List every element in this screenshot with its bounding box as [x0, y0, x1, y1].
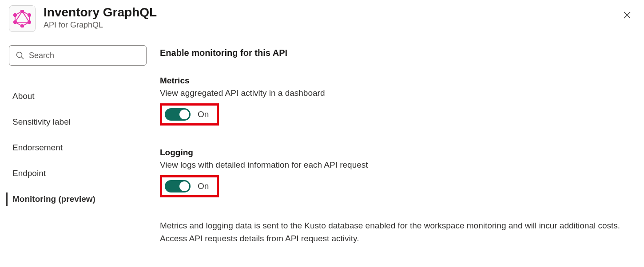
search-box[interactable] [9, 45, 147, 66]
sidebar: About Sensitivity label Endorsement Endp… [9, 45, 147, 245]
sidebar-item-monitoring[interactable]: Monitoring (preview) [9, 186, 147, 212]
section-title: Enable monitoring for this API [160, 48, 631, 58]
search-input[interactable] [29, 51, 140, 60]
svg-point-6 [17, 52, 22, 58]
toggle-knob [179, 181, 189, 191]
page-header: Inventory GraphQL API for GraphQL [0, 0, 644, 36]
svg-point-2 [28, 21, 31, 24]
svg-point-4 [14, 21, 16, 24]
metrics-block: Metrics View aggregated API activity in … [160, 76, 631, 126]
logging-toggle[interactable] [165, 180, 191, 192]
page-title: Inventory GraphQL [44, 5, 157, 20]
svg-point-5 [14, 14, 16, 16]
svg-point-0 [21, 10, 24, 12]
metrics-description: View aggregated API activity in a dashbo… [160, 88, 631, 98]
svg-line-7 [21, 57, 24, 59]
sidebar-item-endorsement[interactable]: Endorsement [9, 135, 147, 161]
graphql-icon [9, 5, 36, 32]
logging-toggle-label: On [198, 181, 209, 191]
metrics-toggle-label: On [198, 110, 209, 119]
svg-point-1 [28, 14, 31, 16]
page-subtitle: API for GraphQL [44, 20, 157, 30]
toggle-knob [179, 110, 189, 119]
content-panel: Enable monitoring for this API Metrics V… [160, 45, 631, 245]
footer-note: Metrics and logging data is sent to the … [160, 220, 631, 245]
metrics-toggle-highlight: On [160, 103, 219, 126]
close-icon [623, 11, 632, 20]
sidebar-item-about[interactable]: About [9, 83, 147, 109]
logging-toggle-highlight: On [160, 175, 219, 197]
metrics-toggle[interactable] [165, 108, 191, 121]
search-icon [16, 51, 24, 60]
logging-heading: Logging [160, 148, 631, 157]
title-block: Inventory GraphQL API for GraphQL [44, 5, 157, 30]
sidebar-item-endpoint[interactable]: Endpoint [9, 161, 147, 186]
logging-block: Logging View logs with detailed informat… [160, 148, 631, 197]
close-button[interactable] [623, 11, 632, 21]
svg-point-3 [21, 25, 24, 27]
body-wrap: About Sensitivity label Endorsement Endp… [0, 36, 644, 245]
logging-description: View logs with detailed information for … [160, 160, 631, 170]
metrics-heading: Metrics [160, 76, 631, 86]
sidebar-item-sensitivity-label[interactable]: Sensitivity label [9, 109, 147, 135]
